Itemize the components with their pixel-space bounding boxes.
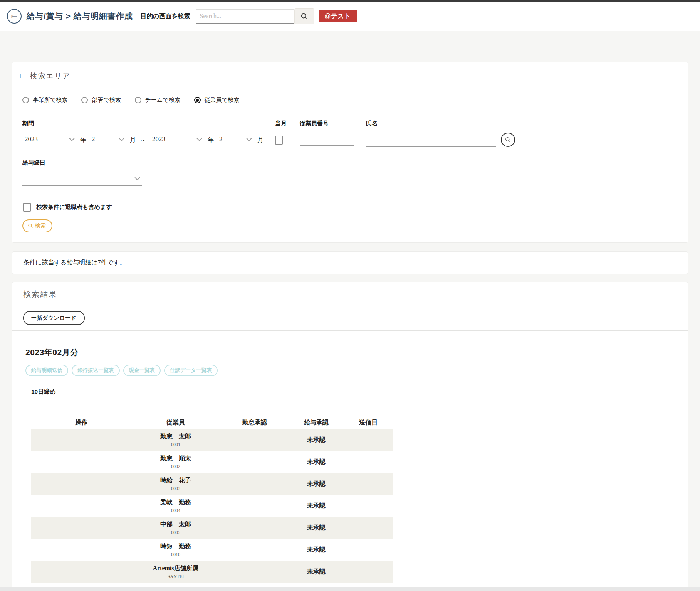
search-icon [28,223,33,229]
month-unit-label: 月 [130,136,136,144]
month-actions: 給与明細送信 銀行振込一覧表 現金一覧表 仕訳データ一覧表 [25,365,682,376]
employee-cell: 時給 花子 0003 [131,477,220,492]
search-icon [505,136,511,143]
radio-icon [135,97,141,103]
app-header: ⇤ 給与/賞与 > 給与明細書作成 目的の画面を検索 @テスト [0,2,700,31]
bank-transfer-list-button[interactable]: 銀行振込一覧表 [72,365,120,376]
employee-code: 0004 [171,508,180,514]
employee-name: 勤怠 太郎 [160,433,191,441]
month-from-select[interactable]: 2 [89,133,126,146]
radio-search-by-team[interactable]: チームで検索 [135,96,180,104]
search-area-title: 検索エリア [30,71,71,81]
result-message-card: 条件に該当する給与明細は7件です。 [12,251,688,274]
name-label: 氏名 [366,120,515,127]
table-row: 勤怠 順太 0002 未承認 [31,451,393,473]
results-title: 検索結果 [23,289,682,300]
include-retired-checkbox[interactable] [23,203,31,212]
employee-cell: 勤怠 太郎 0001 [131,433,220,448]
screen-search-input[interactable] [196,9,294,24]
screen-search-label: 目的の画面を検索 [141,12,190,20]
include-retired-row: 検索条件に退職者も含めます [23,203,682,212]
column-header-employee: 従業員 [131,419,220,427]
column-header-attendance-approval: 勤怠承認 [220,419,289,427]
chevron-down-icon [134,177,140,180]
year-from-select[interactable]: 2023 [22,133,76,146]
year-to-select[interactable]: 2023 [150,133,204,146]
radio-search-by-department[interactable]: 部署で検索 [81,96,121,104]
employee-name: 勤怠 順太 [160,455,191,463]
employee-code: 0010 [171,552,180,557]
table-row: 時短 勤務 0010 未承認 [31,539,393,561]
collapse-sidebar-button[interactable]: ⇤ [7,9,22,24]
month-unit-label: 月 [257,136,264,144]
search-area-header[interactable]: + 検索エリア [18,71,682,81]
current-month-label: 当月 [275,120,293,127]
name-input[interactable] [366,134,496,147]
horizontal-scrollbar[interactable] [0,587,700,591]
employee-cell: 柔軟 勤務 0004 [131,498,220,514]
employee-code: SANTEI [168,574,184,579]
name-search-button[interactable] [501,133,515,147]
employee-number-field: 従業員番号 [300,120,354,147]
cash-list-button[interactable]: 現金一覧表 [123,365,161,376]
range-separator: ～ [140,136,146,144]
radio-label: 事業所で検索 [33,96,67,104]
payroll-approval-status: 未承認 [289,502,343,510]
chevron-down-icon [119,138,124,141]
send-payslip-button[interactable]: 給与明細送信 [25,365,68,376]
radio-label: チームで検索 [145,96,180,104]
month-to-select[interactable]: 2 [217,133,253,146]
column-header-payroll-approval: 給与承認 [289,419,343,427]
journal-data-list-button[interactable]: 仕訳データ一覧表 [164,365,218,376]
payroll-approval-status: 未承認 [289,436,343,444]
employee-cell: 中部 太郎 0005 [131,520,220,535]
search-results-card: 検索結果 一括ダウンロード 2023年02月分 給与明細送信 銀行振込一覧表 現… [12,282,688,591]
radio-search-by-employee[interactable]: 従業員で検索 [194,96,239,104]
chevron-down-icon [246,138,252,141]
employee-code: 0002 [171,464,180,470]
year-unit-label: 年 [208,136,214,144]
table-header-row: 操作 従業員 勤怠承認 給与承認 送信日 [31,416,393,429]
employee-name: 時短 勤務 [160,542,191,551]
payroll-approval-status: 未承認 [289,568,343,576]
employee-number-input[interactable] [300,133,354,146]
search-icon [300,13,308,20]
payroll-approval-status: 未承認 [289,458,343,466]
chevron-down-icon [196,138,202,141]
search-button-label: 検索 [35,222,46,229]
employee-cell: 時短 勤務 0010 [131,542,220,557]
employee-cell: 勤怠 順太 0002 [131,455,220,470]
table-row: 勤怠 太郎 0001 未承認 [31,429,393,451]
search-area-card: + 検索エリア 事業所で検索 部署で検索 チームで検索 従業員で検索 期間 20… [12,62,688,243]
payroll-approval-status: 未承認 [289,546,343,554]
pay-closing-label: 給与締日 [22,159,682,167]
radio-label: 従業員で検索 [205,96,239,104]
breadcrumb: 給与/賞与 > 給与明細書作成 [27,11,133,22]
column-header-operation: 操作 [31,419,131,427]
employee-cell: Artemis店舗所属 SANTEI [131,564,220,579]
current-month-field: 当月 [275,120,293,147]
result-message: 条件に該当する給与明細は7件です。 [23,259,682,267]
radio-selected-icon [194,97,201,103]
search-button[interactable]: 検索 [22,219,52,232]
table-row: Artemis店舗所属 SANTEI 未承認 [31,561,393,583]
employee-name: 中部 太郎 [160,520,191,529]
employee-code: 0003 [171,486,180,492]
year-unit-label: 年 [80,136,86,144]
radio-icon [22,97,29,103]
payroll-approval-status: 未承認 [289,480,343,488]
bulk-download-button[interactable]: 一括ダウンロード [23,311,85,325]
plus-icon: + [18,71,28,81]
table-row: 時給 花子 0003 未承認 [31,473,393,495]
screen-search-button[interactable] [294,8,314,24]
pay-closing-select[interactable] [22,173,142,186]
period-field: 期間 2023 年 2 月 ～ 2023 年 2 [22,120,267,147]
employee-code: 0001 [171,442,180,448]
period-label: 期間 [22,120,267,127]
environment-badge: @テスト [319,10,357,22]
radio-search-by-office[interactable]: 事業所で検索 [22,96,67,104]
table-row: 柔軟 勤務 0004 未承認 [31,495,393,517]
closing-day-label: 10日締め [31,388,682,396]
filters-row: 期間 2023 年 2 月 ～ 2023 年 2 [22,120,682,147]
current-month-checkbox[interactable] [275,136,283,145]
